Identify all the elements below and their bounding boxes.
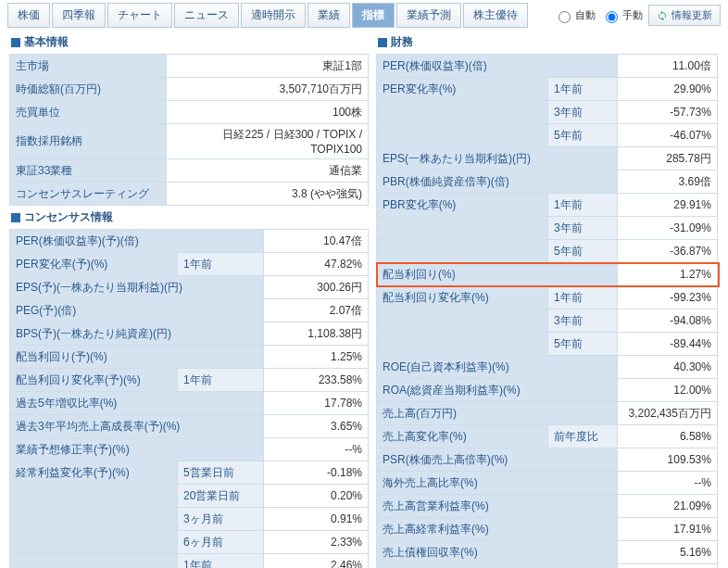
row-sublabel: 1年前 — [178, 554, 264, 569]
row-value: 21.09% — [618, 495, 718, 518]
row-label: PSR(株価売上高倍率)(%) — [377, 448, 618, 472]
table-row: コンセンサスレーティング3.8 (やや強気) — [10, 183, 369, 206]
row-label: 配当利回り変化率(%) — [377, 286, 548, 309]
update-button[interactable]: 情報更新 — [648, 5, 721, 26]
row-value: 109.53% — [618, 448, 718, 472]
table-row: 3年前-94.08% — [377, 309, 719, 333]
row-value: -94.08% — [618, 309, 718, 333]
row-value: 17.78% — [264, 392, 369, 415]
row-value: -31.09% — [618, 217, 718, 240]
row-sublabel: 3ヶ月前 — [178, 508, 264, 531]
row-label: 配当利回り(予)(%) — [10, 346, 264, 369]
tab-1[interactable]: 四季報 — [52, 3, 106, 28]
row-sublabel: 1年前 — [548, 194, 618, 217]
table-row: ROE(自己資本利益率)(%)40.30% — [377, 356, 719, 379]
table-row: 売買単位100株 — [10, 101, 369, 124]
row-label: PER変化率(予)(%) — [10, 253, 178, 276]
tab-6[interactable]: 指標 — [352, 3, 395, 28]
row-label — [377, 240, 548, 263]
tab-bar: 株価四季報チャートニュース適時開示業績指標業績予測株主優待 自動 手動 情報更新 — [0, 0, 728, 31]
row-sublabel: 1年前 — [178, 369, 264, 392]
table-row: 主市場東証1部 — [10, 55, 369, 78]
row-value: 1,108.38円 — [264, 322, 369, 346]
row-value: 6.58% — [618, 425, 718, 448]
row-label: コンセンサスレーティング — [10, 183, 167, 206]
row-label — [377, 101, 548, 124]
tab-5[interactable]: 業績 — [308, 3, 350, 28]
row-label: 売上高変化率(%) — [377, 425, 548, 448]
tab-8[interactable]: 株主優待 — [463, 3, 528, 28]
table-row: 6ヶ月前2.33% — [10, 531, 369, 554]
row-label: 売買単位 — [10, 101, 167, 124]
row-value: -89.44% — [618, 333, 718, 356]
row-value: 1.27% — [618, 263, 718, 286]
row-label — [377, 217, 548, 240]
row-value: -57.73% — [618, 101, 718, 124]
row-sublabel: 5年前 — [548, 240, 618, 263]
table-consensus: PER(株価収益率)(予)(倍)10.47倍PER変化率(予)(%)1年前47.… — [9, 229, 369, 568]
table-row: 配当利回り(予)(%)1.25% — [10, 346, 369, 369]
row-value: 233.58% — [264, 369, 369, 392]
table-row: PEG(予)(倍)2.07倍 — [10, 299, 369, 322]
tab-4[interactable]: 適時開示 — [241, 3, 306, 28]
row-label — [377, 309, 548, 333]
auto-radio[interactable]: 自動 — [554, 8, 596, 23]
row-value: 300.26円 — [264, 276, 369, 299]
row-value: 100株 — [166, 101, 368, 124]
row-label: EPS(一株あたり当期利益)(円) — [377, 147, 618, 170]
auto-manual-group: 自動 手動 情報更新 — [554, 5, 721, 26]
table-row: 20営業日前0.20% — [10, 485, 369, 508]
tab-2[interactable]: チャート — [107, 3, 172, 28]
table-row: 時価総額(百万円)3,507,710百万円 — [10, 78, 369, 101]
tab-3[interactable]: ニュース — [174, 3, 239, 28]
row-sublabel: 5営業日前 — [178, 461, 264, 485]
table-row: PER変化率(%)1年前29.90% — [377, 78, 719, 101]
table-row: PBR変化率(%)1年前29.91% — [377, 194, 719, 217]
tab-7[interactable]: 業績予測 — [396, 3, 461, 28]
row-sublabel: 3年前 — [548, 217, 618, 240]
row-value: -0.18% — [264, 461, 369, 485]
row-value: 40.30% — [618, 356, 718, 379]
manual-radio[interactable]: 手動 — [601, 8, 643, 23]
row-label: PBR変化率(%) — [377, 194, 548, 217]
row-label: 主市場 — [10, 55, 167, 78]
row-value: 12.00% — [618, 379, 718, 402]
row-sublabel: 5年前 — [548, 124, 618, 147]
row-value: 2.07倍 — [264, 299, 369, 322]
table-row: 売上高営業利益率(%)21.09% — [377, 495, 719, 518]
row-label: 海外売上高比率(%) — [377, 472, 618, 495]
row-value: 10.47倍 — [264, 230, 369, 253]
row-sublabel: 1年前 — [178, 253, 264, 276]
row-label: PBR(株価純資産倍率)(倍) — [377, 170, 618, 194]
section-basic: 基本情報 — [9, 31, 369, 54]
row-sublabel: 6ヶ月前 — [178, 531, 264, 554]
refresh-icon — [657, 10, 668, 21]
table-row: 海外売上高比率(%)--% — [377, 472, 719, 495]
table-fin: PER(株価収益率)(倍)11.00倍PER変化率(%)1年前29.90%3年前… — [376, 54, 719, 568]
row-label: 時価総額(百万円) — [10, 78, 167, 101]
table-row: 売上高変化率(%)前年度比6.58% — [377, 425, 719, 448]
row-label — [377, 124, 548, 147]
row-value: 2.33% — [264, 531, 369, 554]
section-consensus: コンセンサス情報 — [9, 206, 369, 229]
tab-0[interactable]: 株価 — [7, 3, 50, 28]
row-value: 0.91% — [264, 508, 369, 531]
row-value: 3,507,710百万円 — [166, 78, 368, 101]
row-label — [377, 333, 548, 356]
table-row: PER変化率(予)(%)1年前47.82% — [10, 253, 369, 276]
row-value: 日経225 / 日経300 / TOPIX / TOPIX100 — [166, 124, 368, 159]
table-row: EPS(予)(一株あたり当期利益)(円)300.26円 — [10, 276, 369, 299]
table-row: PBR(株価純資産倍率)(倍)3.69倍 — [377, 170, 719, 194]
row-label: PER(株価収益率)(倍) — [377, 55, 618, 78]
table-row: 3ヶ月前0.91% — [10, 508, 369, 531]
table-row: 東証33業種通信業 — [10, 159, 369, 183]
row-value: 0.20% — [264, 485, 369, 508]
table-row: 1年前2.46% — [10, 554, 369, 569]
table-row: 過去5年増収比率(%)17.78% — [10, 392, 369, 415]
row-value: --% — [618, 472, 718, 495]
row-label: 配当利回り(%) — [377, 263, 618, 286]
table-row: 配当利回り(%)1.27% — [377, 263, 719, 286]
row-value: -99.23% — [618, 286, 718, 309]
row-label: 指数採用銘柄 — [10, 124, 167, 159]
row-value: 47.82% — [264, 253, 369, 276]
